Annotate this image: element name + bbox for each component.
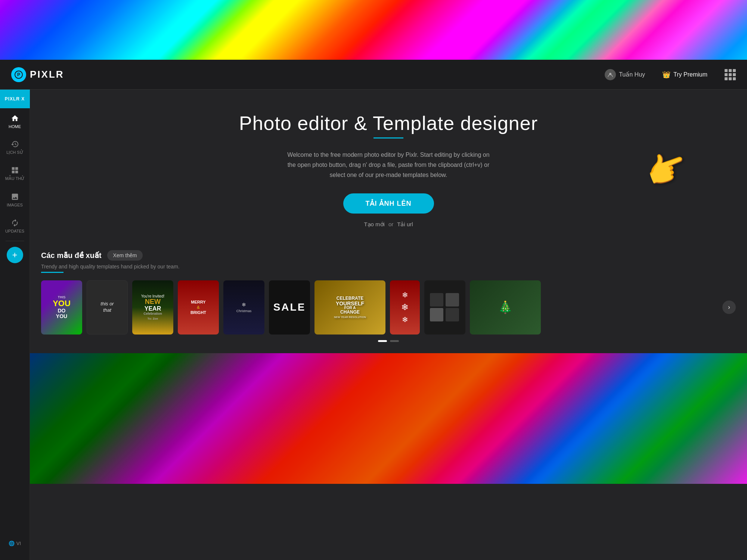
template-inner-6: SALE	[269, 280, 310, 335]
home-icon	[11, 114, 19, 122]
template-inner-10: 🎄	[470, 280, 541, 335]
user-area[interactable]: Tuấn Huy	[605, 69, 645, 80]
svg-text:P: P	[17, 72, 20, 77]
top-banner	[0, 0, 747, 60]
sidebar: PIXLR X HOME LỊCH SỬ MẪU THỬ	[0, 90, 30, 560]
upload-area: TẢI ẢNH LÊN	[343, 193, 434, 221]
sidebar-label-home: HOME	[9, 124, 21, 129]
templates-accent-line	[41, 272, 63, 273]
sidebar-label-history: LỊCH SỬ	[6, 150, 23, 155]
add-icon: +	[12, 250, 17, 260]
template-card-4[interactable]: MERRY & BRIGHT	[178, 280, 219, 335]
template-inner-5: ❄ Christmas	[223, 280, 264, 335]
template-card-6[interactable]: SALE	[269, 280, 310, 335]
url-link[interactable]: Tải url	[397, 221, 413, 228]
sidebar-item-home[interactable]: HOME	[0, 108, 30, 134]
sidebar-label-images: IMAGES	[7, 203, 23, 207]
sidebar-item-updates[interactable]: UPDATES	[0, 213, 30, 239]
try-premium-label: Try Premium	[673, 71, 707, 78]
upload-button[interactable]: TẢI ẢNH LÊN	[343, 193, 434, 214]
grid-dot	[733, 77, 736, 80]
templates-title: Các mẫu đề xuất	[41, 251, 102, 260]
grid-dot	[729, 69, 732, 72]
crown-icon: 👑	[662, 71, 670, 79]
grid-dot	[729, 73, 732, 76]
hero-title: Photo editor & Template designer	[37, 112, 740, 134]
template-inner-7: CELEBRATE YOURSELF FOR A CHANGE NEW YEAR…	[314, 280, 385, 335]
add-button[interactable]: +	[7, 247, 23, 263]
quick-actions: Tạo mới or Tải url	[37, 221, 740, 228]
navbar-right: Tuấn Huy 👑 Try Premium	[605, 68, 736, 82]
template-inner-1: THIS YOU DO YOU	[41, 280, 82, 335]
history-icon	[11, 140, 19, 148]
hero-description: Welcome to the free modern photo editor …	[284, 150, 493, 180]
user-avatar	[605, 69, 616, 80]
template-inner-2: this or that	[87, 281, 127, 334]
templates-icon	[11, 166, 19, 174]
templates-subtitle: Trendy and high quality templates hand p…	[41, 264, 736, 270]
sidebar-label-templates: MẪU THỬ	[5, 176, 25, 181]
sidebar-item-images[interactable]: IMAGES	[0, 187, 30, 213]
main-layout: PIXLR X HOME LỊCH SỬ MẪU THỬ	[0, 90, 747, 560]
template-card-7[interactable]: CELEBRATE YOURSELF FOR A CHANGE NEW YEAR…	[314, 280, 385, 335]
template-card-8[interactable]: ❄ ❄ ❄	[390, 280, 420, 335]
sidebar-item-history[interactable]: LỊCH SỬ	[0, 134, 30, 161]
updates-icon	[11, 219, 19, 227]
template-inner-4: MERRY & BRIGHT	[178, 280, 219, 335]
logo-text: PIXLR	[30, 69, 64, 80]
templates-scroll: THIS YOU DO YOU this or that	[41, 280, 736, 335]
sidebar-label-updates: UPDATES	[5, 229, 24, 233]
hero-underline	[374, 137, 403, 139]
dots-indicator	[41, 340, 736, 342]
template-card-2[interactable]: this or that	[87, 280, 128, 335]
create-new-link[interactable]: Tạo mới	[364, 221, 385, 228]
language-selector[interactable]: 🌐 VI	[0, 534, 30, 553]
grid-dot	[725, 73, 728, 76]
template-inner-9	[424, 280, 465, 335]
grid-dot	[725, 69, 728, 72]
see-more-button[interactable]: Xem thêm	[107, 250, 143, 261]
pixlr-logo-icon: P	[11, 67, 26, 82]
template-inner-8: ❄ ❄ ❄	[390, 280, 420, 335]
hero-section: Photo editor & Template designer Welcome…	[30, 90, 747, 243]
templates-header: Các mẫu đề xuất Xem thêm	[41, 250, 736, 261]
template-card-1[interactable]: THIS YOU DO YOU	[41, 280, 82, 335]
dot-2[interactable]	[390, 340, 399, 342]
grid-dot	[725, 77, 728, 80]
template-card-10[interactable]: 🎄	[470, 280, 541, 335]
sidebar-divider	[6, 241, 24, 241]
lang-label: VI	[16, 541, 21, 546]
grid-dot	[729, 77, 732, 80]
content-area: Photo editor & Template designer Welcome…	[30, 90, 747, 560]
apps-grid-icon[interactable]	[725, 69, 736, 80]
grid-dot	[733, 73, 736, 76]
grid-dot	[733, 69, 736, 72]
sidebar-item-templates[interactable]: MẪU THỬ	[0, 161, 30, 187]
dot-1[interactable]	[378, 340, 387, 342]
globe-icon: 🌐	[9, 541, 15, 546]
bottom-banner	[30, 353, 747, 484]
or-separator: or	[388, 221, 393, 227]
images-icon	[11, 193, 19, 201]
templates-scroll-container: THIS YOU DO YOU this or that	[41, 280, 736, 335]
try-premium-button[interactable]: 👑 Try Premium	[656, 68, 713, 82]
user-name: Tuấn Huy	[619, 71, 645, 78]
templates-section: Các mẫu đề xuất Xem thêm Trendy and high…	[30, 243, 747, 353]
logo-area: P PIXLR	[11, 67, 64, 82]
template-card-9[interactable]	[424, 280, 465, 335]
scroll-right-arrow[interactable]: ›	[722, 301, 736, 314]
template-card-3[interactable]: You're Invited! NEW YEAR Celebration To:…	[132, 280, 173, 335]
navbar: P PIXLR Tuấn Huy 👑 Try Premium	[0, 60, 747, 90]
pixlr-x-tab[interactable]: PIXLR X	[0, 90, 30, 108]
template-inner-3: You're Invited! NEW YEAR Celebration To:…	[132, 280, 173, 335]
template-card-5[interactable]: ❄ Christmas	[223, 280, 264, 335]
